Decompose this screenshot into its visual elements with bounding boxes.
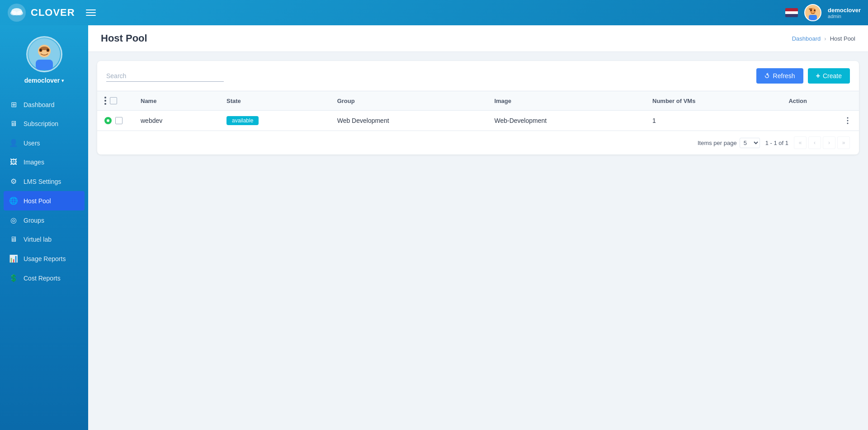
sidebar-item-label: Users [24, 140, 40, 147]
language-flag[interactable] [785, 8, 798, 17]
main-content: Host Pool Dashboard › Host Pool ↺ Refres… [88, 25, 868, 430]
layout: democlover ▾ ⊞ Dashboard 🖥 Subscription … [0, 25, 868, 430]
sidebar-profile: democlover ▾ [0, 25, 88, 91]
sidebar-item-label: Dashboard [24, 101, 55, 108]
breadcrumb: Dashboard › Host Pool [792, 35, 855, 42]
topnav-right: democlover admin [785, 4, 861, 21]
row-checkbox[interactable] [115, 117, 123, 124]
svg-point-11 [809, 8, 812, 10]
sidebar-nav: ⊞ Dashboard 🖥 Subscription 👤 Users 🖼 Ima… [0, 91, 88, 291]
items-per-page: Items per page 5 10 25 50 [698, 138, 760, 148]
groups-icon: ◎ [9, 216, 18, 224]
user-name: democlover [828, 7, 861, 14]
user-role: admin [828, 14, 841, 19]
th-action: Action [781, 91, 859, 111]
sidebar-item-dashboard[interactable]: ⊞ Dashboard [0, 95, 88, 114]
toolbar: ↺ Refresh + Create [97, 61, 859, 91]
row-group: Web Development [330, 111, 487, 131]
th-image: Image [487, 91, 645, 111]
svg-point-3 [17, 11, 23, 15]
user-info: democlover admin [828, 7, 861, 19]
sidebar-item-label: Groups [24, 217, 44, 224]
row-status-indicator [104, 117, 112, 124]
user-avatar-image [805, 5, 821, 20]
sidebar-avatar-image [28, 38, 60, 70]
page-header: Host Pool Dashboard › Host Pool [88, 25, 868, 52]
sidebar-item-host-pool[interactable]: 🌐 Host Pool [4, 191, 85, 210]
images-icon: 🖼 [9, 158, 18, 166]
breadcrumb-current: Host Pool [830, 35, 855, 42]
breadcrumb-home[interactable]: Dashboard [792, 35, 821, 42]
hamburger-menu[interactable] [84, 8, 98, 18]
sidebar-username[interactable]: democlover ▾ [24, 77, 64, 84]
row-action [781, 111, 859, 131]
user-avatar [804, 4, 821, 21]
sidebar-item-label: Cost Reports [24, 275, 61, 282]
sidebar-item-virtuel-lab[interactable]: 🖥 Virtuel lab [0, 230, 88, 249]
th-num-vms: Number of VMs [645, 91, 781, 111]
row-action-menu[interactable] [788, 117, 852, 125]
th-group: Group [330, 91, 487, 111]
page-nav: « ‹ › » [794, 136, 850, 149]
sidebar-item-users[interactable]: 👤 Users [0, 133, 88, 153]
next-page-button[interactable]: › [823, 136, 835, 149]
refresh-button[interactable]: ↺ Refresh [756, 68, 803, 84]
items-per-page-label: Items per page [698, 140, 737, 146]
items-per-page-select[interactable]: 5 10 25 50 [740, 138, 760, 148]
select-all-checkbox[interactable] [110, 97, 117, 104]
sidebar-item-label: Host Pool [24, 197, 51, 205]
sidebar-caret: ▾ [61, 78, 64, 83]
sidebar-item-lms-settings[interactable]: ⚙ LMS Settings [0, 172, 88, 191]
app-name: CLOVER [31, 7, 75, 19]
sidebar-item-cost-reports[interactable]: 💲 Cost Reports [0, 268, 88, 288]
row-name: webdev [133, 111, 219, 131]
sidebar-item-images[interactable]: 🖼 Images [0, 153, 88, 172]
table-body: webdev available Web Development Web-Dev… [97, 111, 859, 131]
table-row: webdev available Web Development Web-Dev… [97, 111, 859, 131]
sidebar-avatar [26, 36, 62, 72]
subscription-icon: 🖥 [9, 120, 18, 128]
sidebar-item-groups[interactable]: ◎ Groups [0, 210, 88, 230]
search-input[interactable] [106, 70, 224, 82]
th-name: Name [133, 91, 219, 111]
data-table: Name State Group Image Number of VMs [97, 91, 859, 131]
sidebar-item-label: LMS Settings [24, 178, 61, 185]
last-page-button[interactable]: » [837, 136, 850, 149]
sidebar: democlover ▾ ⊞ Dashboard 🖥 Subscription … [0, 25, 88, 430]
pagination-bar: Items per page 5 10 25 50 1 - 1 of 1 « ‹… [97, 131, 859, 154]
sidebar-item-label: Virtuel lab [24, 236, 52, 243]
sidebar-item-label: Images [24, 159, 44, 166]
th-icons [97, 91, 133, 111]
svg-point-20 [847, 117, 849, 119]
sidebar-item-subscription[interactable]: 🖥 Subscription [0, 114, 88, 133]
refresh-icon: ↺ [763, 71, 772, 81]
breadcrumb-separator: › [824, 35, 826, 42]
sidebar-item-label: Subscription [24, 120, 58, 127]
toolbar-actions: ↺ Refresh + Create [756, 68, 850, 84]
page-title: Host Pool [101, 33, 147, 44]
sidebar-item-usage-reports[interactable]: 📊 Usage Reports [0, 249, 88, 268]
users-icon: 👤 [9, 139, 18, 147]
table-card: ↺ Refresh + Create [97, 61, 859, 154]
host-pool-icon: 🌐 [9, 196, 18, 205]
first-page-button[interactable]: « [794, 136, 807, 149]
more-vert-icon [844, 117, 852, 125]
svg-rect-10 [809, 15, 817, 20]
svg-point-8 [811, 10, 811, 11]
table-header: Name State Group Image Number of VMs [97, 91, 859, 111]
dashboard-icon: ⊞ [9, 100, 18, 109]
row-icons-cell [97, 111, 133, 131]
th-state: State [219, 91, 330, 111]
svg-rect-19 [36, 60, 53, 70]
svg-point-21 [847, 120, 849, 122]
sidebar-item-label: Usage Reports [24, 255, 66, 262]
column-menu-icon[interactable] [104, 97, 106, 105]
logo[interactable]: CLOVER [7, 3, 75, 22]
row-image: Web-Development [487, 111, 645, 131]
logo-icon [7, 3, 26, 22]
page-info: 1 - 1 of 1 [765, 140, 788, 146]
prev-page-button[interactable]: ‹ [808, 136, 821, 149]
cost-reports-icon: 💲 [9, 274, 18, 282]
create-button[interactable]: + Create [808, 68, 850, 84]
svg-point-2 [10, 11, 17, 15]
